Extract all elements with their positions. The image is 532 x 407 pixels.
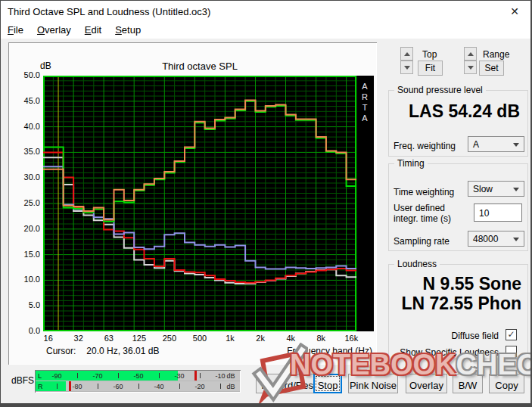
show-specific-loudness-checkbox[interactable] <box>506 346 517 357</box>
level-meter: L-90-70-50-30-10dBR-80-60-40-20dB <box>35 370 241 393</box>
y-tick-label: 40.0 <box>8 122 40 131</box>
y-tick-label: 25.0 <box>8 198 40 207</box>
meter-channel-label: L <box>38 372 42 380</box>
copy-button[interactable]: Copy <box>489 374 524 393</box>
arrow-up-icon <box>404 52 410 56</box>
meter-scale-label: -50 <box>129 372 148 380</box>
chevron-down-icon <box>513 188 519 191</box>
meter-scale-tick <box>220 384 221 389</box>
integr-time-input[interactable]: 10 <box>474 204 522 222</box>
pink-noise-button[interactable]: Pink Noise <box>348 374 398 393</box>
time-weighting-label: Time weighting <box>394 187 454 197</box>
meter-scale-label: -20 <box>191 383 209 390</box>
spl-value: LAS 54.24 dB <box>409 101 520 122</box>
cursor-readout: Cursor:20.0 Hz, 36.01 dB <box>46 346 159 356</box>
spl-plot[interactable]: ARTA <box>43 76 374 331</box>
close-icon[interactable]: ✕ <box>506 5 523 19</box>
sampling-rate-label: Sampling rate <box>394 236 450 247</box>
freq-weighting-value: A <box>473 139 479 150</box>
meter-row-l: L-90-70-50-30-10dB <box>36 371 240 381</box>
loudness-phon-value: LN 72.55 Phon <box>402 294 521 314</box>
arta-logo-letter: A <box>362 113 368 123</box>
title-bar: Third Octave SPL and Loudness (Untitled.… <box>1 1 530 22</box>
meter-scale-tick <box>77 373 78 378</box>
menu-item-overlay[interactable]: Overlay <box>30 22 78 36</box>
spl-group-legend: Sound pressure level <box>394 85 486 95</box>
top-label: Top <box>422 49 437 60</box>
cursor-value: 20.0 Hz, 36.01 dB <box>86 346 159 356</box>
meter-scale-tick <box>118 373 119 378</box>
sampling-rate-value: 48000 <box>473 234 498 244</box>
timing-group: Timing Time weighting Slow User defined … <box>388 163 528 251</box>
overlay-button[interactable]: Overlay <box>406 374 447 393</box>
range-spin-up-button[interactable] <box>464 47 477 61</box>
y-tick-label: 15.0 <box>8 250 40 259</box>
time-weighting-select[interactable]: Slow <box>468 181 524 197</box>
meter-scale-tick <box>57 384 58 389</box>
meter-row-r: R-80-60-40-20dB <box>36 381 240 391</box>
window-title: Third Octave SPL and Loudness (Untitled.… <box>8 6 210 17</box>
y-tick-label: 5.0 <box>8 300 40 309</box>
x-tick-label: 1k <box>215 334 245 343</box>
meter-scale-tick <box>179 384 180 389</box>
x-tick-label: 32 <box>64 334 94 343</box>
loudness-sone-value: N 9.55 Sone <box>423 274 521 294</box>
meter-channel-label: R <box>38 383 43 390</box>
x-tick-label: 63 <box>94 334 124 343</box>
x-axis-label: Frequency band (Hz) <box>287 346 372 356</box>
fit-button[interactable]: Fit <box>418 61 443 76</box>
arta-logo-letter: R <box>362 92 368 101</box>
chevron-down-icon <box>513 238 519 241</box>
integr-time-label-line1: User defined <box>394 203 445 213</box>
x-tick-label: 4k <box>275 334 306 343</box>
meter-scale-tick <box>138 384 139 389</box>
diffuse-field-label: Diffuse field <box>452 331 499 341</box>
x-tick-label: 125 <box>124 334 154 343</box>
sampling-rate-select[interactable]: 48000 <box>468 231 524 247</box>
range-label: Range <box>483 49 509 60</box>
meter-scale-tick <box>98 384 98 389</box>
y-tick-label: 30.0 <box>8 172 40 182</box>
x-tick-label: 2k <box>245 334 275 343</box>
y-tick-label: 20.0 <box>8 224 40 233</box>
meter-scale-tick <box>200 373 201 378</box>
x-tick-label: 16k <box>336 334 366 343</box>
freq-weighting-select[interactable]: A <box>468 136 524 152</box>
chart-title: Third octave SPL <box>43 61 356 72</box>
stop-button[interactable]: Stop <box>313 374 342 393</box>
y-tick-label: 10.0 <box>8 275 40 284</box>
show-specific-loudness-label: Show Specific Loudness <box>400 347 499 358</box>
y-tick-label: 35.0 <box>8 147 40 156</box>
x-tick-label: 8k <box>306 334 336 343</box>
integr-time-label-line2: integr. time (s) <box>394 213 451 224</box>
x-tick-label: 250 <box>154 334 185 343</box>
arta-logo-letter: T <box>362 103 368 112</box>
loudness-group: Loudness N 9.55 Sone LN 72.55 Phon Diffu… <box>388 264 528 359</box>
spl-chart-panel: dB Third octave SPL ARTA Cursor:20.0 Hz,… <box>8 42 377 365</box>
meter-unit-label: dB <box>222 372 240 380</box>
top-spin-up-button[interactable] <box>400 47 413 61</box>
x-tick-label: 500 <box>185 334 215 343</box>
arta-logo-letter: A <box>362 82 368 91</box>
b-w-button[interactable]: B/W <box>453 374 483 393</box>
chevron-down-icon <box>513 143 519 147</box>
arrow-down-icon <box>468 66 474 70</box>
x-tick-label: 16 <box>33 334 64 343</box>
diffuse-field-checkbox[interactable]: ✓ <box>506 329 517 340</box>
meter-scale-label: -70 <box>89 372 107 380</box>
set-button[interactable]: Set <box>479 61 504 76</box>
cursor-label: Cursor: <box>46 346 76 356</box>
y-tick-label: 45.0 <box>8 96 40 105</box>
meter-scale-label: -80 <box>68 383 86 390</box>
menu-item-edit[interactable]: Edit <box>78 22 108 36</box>
meter-peak-indicator <box>194 371 197 381</box>
freq-weighting-label: Freq. weighting <box>394 141 456 151</box>
menu-item-setup[interactable]: Setup <box>108 22 148 36</box>
app-window: Third Octave SPL and Loudness (Untitled.… <box>0 0 532 407</box>
meter-scale-label: -30 <box>170 372 188 380</box>
menu-item-file[interactable]: File <box>1 22 30 36</box>
range-spin-down-button[interactable] <box>464 61 477 74</box>
top-spin-down-button[interactable] <box>400 61 413 74</box>
meter-scale-tick <box>159 373 160 378</box>
meter-unit-label: dB <box>222 383 240 390</box>
